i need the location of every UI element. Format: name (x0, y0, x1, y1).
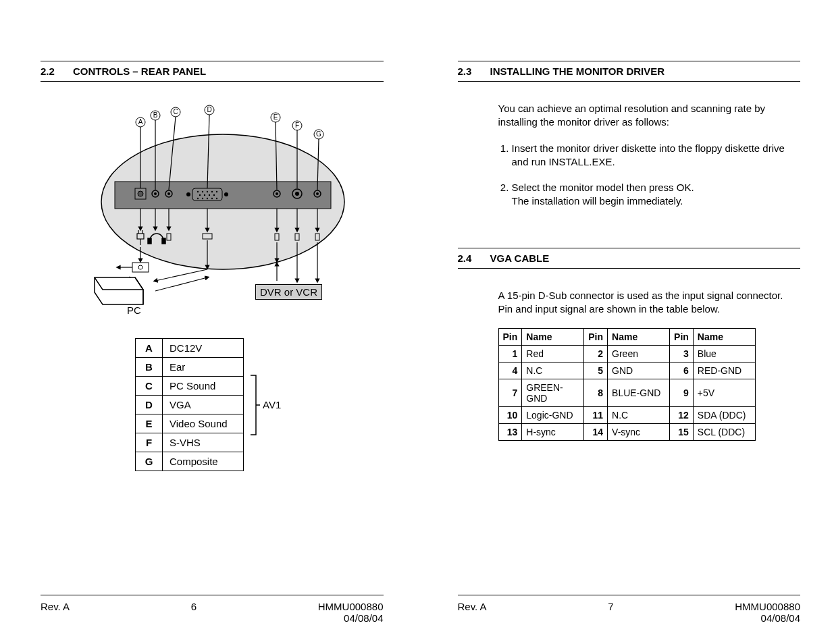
svg-point-19 (213, 194, 215, 196)
pin-number: 13 (498, 424, 522, 441)
legend-key: A (136, 339, 163, 358)
svg-point-23 (211, 198, 213, 199)
legend-table: ADC12VBEarCPC SoundDVGAEVideo SoundFS-VH… (135, 338, 244, 471)
footer-doc: HMMU000880 (318, 601, 384, 612)
pin-number: 14 (584, 424, 608, 441)
name-header: Name (608, 329, 670, 346)
footer-rev: Rev. A (458, 601, 487, 624)
svg-point-17 (204, 194, 205, 196)
pin-number: 6 (670, 363, 694, 379)
pin-number: 1 (498, 346, 522, 363)
pin-name: RED-GND (693, 363, 755, 379)
section-number: 2.4 (458, 252, 490, 264)
name-header: Name (693, 329, 755, 346)
legend-key: F (136, 433, 163, 452)
pin-name: H-sync (522, 424, 584, 441)
svg-point-9 (186, 192, 190, 196)
page-left: 2.2 CONTROLS – REAR PANEL (0, 0, 417, 644)
legend-value: DC12V (163, 339, 244, 358)
svg-point-11 (197, 191, 199, 192)
rear-panel-diagram: A B C D E F G (68, 95, 351, 318)
svg-point-12 (202, 191, 203, 192)
section-2-3-body: You can achieve an optimal resolution an… (498, 95, 801, 221)
svg-text:F: F (295, 122, 299, 129)
footer-rev: Rev. A (41, 601, 70, 624)
legend-row: BEar (136, 358, 244, 377)
pin-name: GREEN-GND (522, 379, 584, 407)
pin-row: 4N.C5GND6RED-GND (498, 363, 755, 379)
page-right: 2.3 INSTALLING THE MONITOR DRIVER You ca… (417, 0, 835, 644)
svg-point-5 (154, 192, 157, 195)
section-title: CONTROLS – REAR PANEL (73, 65, 384, 77)
footer-doc: HMMU000880 (735, 601, 800, 612)
legend-value: Video Sound (163, 414, 244, 433)
svg-point-28 (295, 192, 299, 196)
pin-row: 7GREEN-GND8BLUE-GND9+5V (498, 379, 755, 407)
section-2-4-header: 2.4 VGA CABLE (458, 248, 801, 269)
pin-name: V-sync (608, 424, 670, 441)
pin-number: 10 (498, 407, 522, 424)
legend-key: B (136, 358, 163, 377)
pin-number: 2 (584, 346, 608, 363)
pc-icon (95, 277, 143, 304)
svg-point-15 (216, 191, 217, 192)
section-title: INSTALLING THE MONITOR DRIVER (490, 65, 801, 77)
install-steps: Insert the monitor driver diskette into … (498, 142, 801, 209)
svg-point-7 (167, 192, 170, 195)
section-number: 2.3 (458, 65, 490, 77)
pin-number: 4 (498, 363, 522, 379)
svg-point-22 (207, 198, 208, 199)
svg-text:B: B (153, 111, 158, 119)
pin-row: 1Red2Green3Blue (498, 346, 755, 363)
pin-row: 13H-sync14V-sync15SCL (DDC) (498, 424, 755, 441)
legend-value: Composite (163, 452, 244, 471)
pin-name: GND (608, 363, 670, 379)
pin-number: 12 (670, 407, 694, 424)
svg-point-21 (202, 198, 203, 199)
legend-row: ADC12V (136, 339, 244, 358)
legend-row: GComposite (136, 452, 244, 471)
pin-number: 9 (670, 379, 694, 407)
section-2-3-header: 2.3 INSTALLING THE MONITOR DRIVER (458, 61, 801, 82)
legend-value: Ear (163, 358, 244, 377)
svg-text:G: G (316, 130, 321, 138)
svg-point-26 (276, 192, 278, 195)
pin-header: Pin (584, 329, 608, 346)
svg-point-16 (199, 194, 201, 196)
svg-point-13 (207, 191, 208, 192)
pin-number: 7 (498, 379, 522, 407)
pin-row: 10Logic-GND11N.C12SDA (DDC) (498, 407, 755, 424)
footer-date: 04/08/04 (344, 612, 383, 624)
svg-point-30 (316, 192, 319, 195)
section-2-4-body: A 15-pin D-Sub connector is used as the … (498, 282, 801, 441)
pin-header: Pin (670, 329, 694, 346)
pin-name: Logic-GND (522, 407, 584, 424)
legend-value: VGA (163, 396, 244, 414)
pin-number: 11 (584, 407, 608, 424)
section-title: VGA CABLE (490, 252, 801, 264)
name-header: Name (522, 329, 584, 346)
legend-row: DVGA (136, 396, 244, 414)
vga-intro: A 15-pin D-Sub connector is used as the … (498, 289, 801, 317)
footer-date: 04/08/04 (761, 612, 800, 624)
pin-name: N.C (522, 363, 584, 379)
legend-key: G (136, 452, 163, 471)
pin-number: 8 (584, 379, 608, 407)
intro-paragraph: You can achieve an optimal resolution an… (498, 102, 801, 130)
legend-key: D (136, 396, 163, 414)
pin-name: N.C (608, 407, 670, 424)
legend-row: EVideo Sound (136, 414, 244, 433)
svg-point-14 (211, 191, 213, 192)
legend-key: C (136, 377, 163, 396)
legend-value: S-VHS (163, 433, 244, 452)
pin-name: Red (522, 346, 584, 363)
svg-point-24 (216, 198, 217, 199)
vga-pin-table: PinNamePinNamePinName 1Red2Green3Blue4N.… (498, 328, 756, 441)
svg-rect-64 (162, 238, 165, 244)
svg-text:D: D (207, 106, 211, 113)
pin-number: 5 (584, 363, 608, 379)
legend-row: CPC Sound (136, 377, 244, 396)
pin-name: BLUE-GND (608, 379, 670, 407)
svg-point-20 (197, 198, 199, 199)
av1-label: AV1 (263, 399, 281, 410)
